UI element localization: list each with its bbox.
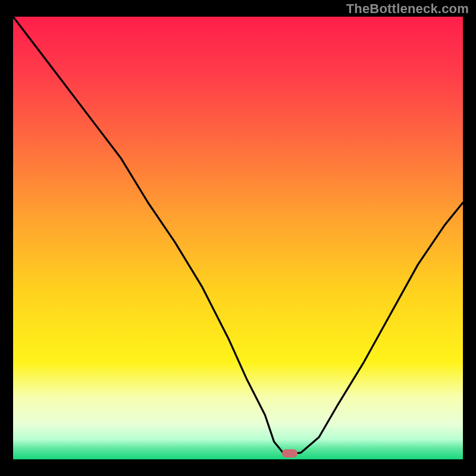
bottleneck-curve xyxy=(13,17,463,459)
chart-container: TheBottleneck.com xyxy=(0,0,476,476)
optimal-marker xyxy=(282,449,298,458)
watermark-text: TheBottleneck.com xyxy=(346,1,469,17)
plot-area xyxy=(13,17,463,459)
